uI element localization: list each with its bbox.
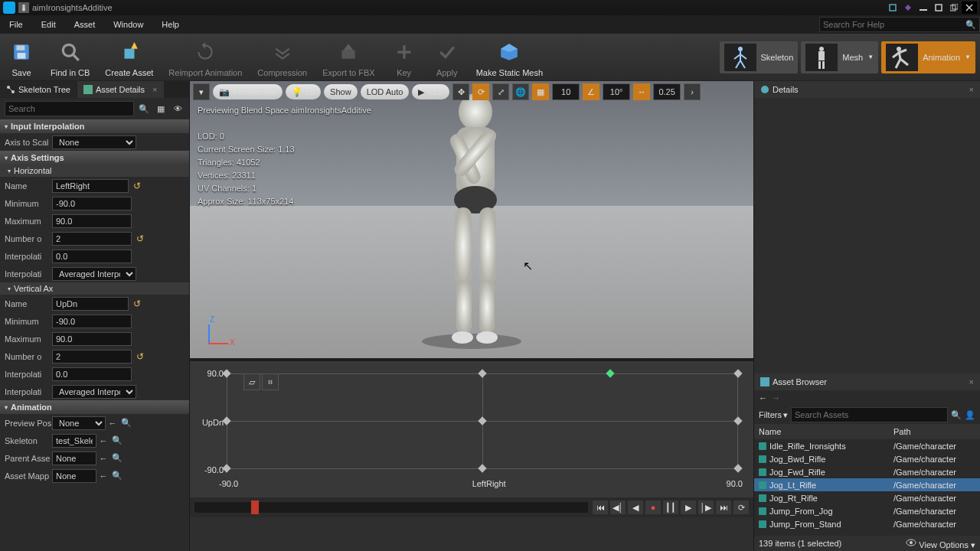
v-min-input[interactable]	[52, 315, 132, 328]
step-forward-button[interactable]: │▶	[698, 500, 714, 514]
make-static-mesh-button[interactable]: Make Static Mesh	[469, 34, 550, 80]
mode-skeleton[interactable]: Skeleton	[720, 41, 799, 73]
viewport[interactable]: ▾ 📷 Perspective 💡 Lit Show LOD Auto ▶ x1…	[190, 81, 753, 358]
close-tab-icon[interactable]: ×	[969, 85, 974, 94]
h-interp-select[interactable]: Averaged Interpolat	[52, 267, 136, 281]
menu-asset[interactable]: Asset	[65, 15, 105, 34]
viewport-speed[interactable]: ▶ x1.0	[412, 84, 449, 99]
record-button[interactable]: ●	[645, 500, 661, 514]
revert-icon[interactable]: ↺	[133, 181, 141, 191]
close-tab-icon[interactable]: ×	[969, 377, 974, 386]
asset-row[interactable]: Idle_Rifle_Ironsights/Game/character	[754, 439, 980, 452]
view-options-dropdown[interactable]: View Options ▾	[906, 537, 975, 550]
help-search-input[interactable]	[823, 20, 965, 29]
arrow-left-icon[interactable]: ←	[106, 416, 119, 430]
play-button[interactable]: ▶	[681, 500, 696, 514]
section-animation[interactable]: Animation	[0, 400, 189, 414]
compression-button[interactable]: Compression	[250, 34, 315, 80]
asset-list-header[interactable]: Name Path	[754, 424, 980, 439]
browse-icon[interactable]: 🔍	[110, 434, 124, 448]
playhead[interactable]	[251, 500, 259, 514]
move-tool-icon[interactable]: ✥	[452, 83, 469, 100]
v-number-input[interactable]	[52, 350, 132, 364]
subsection-horizontal[interactable]: Horizontal	[0, 165, 189, 177]
reimport-animation-button[interactable]: Reimport Animation	[161, 34, 250, 80]
timeline-track[interactable]	[194, 502, 588, 513]
viewport-menu-button[interactable]: ▾	[193, 83, 210, 100]
play-reverse-button[interactable]: ◀	[628, 500, 643, 514]
sample-point[interactable]	[478, 464, 486, 472]
search-icon[interactable]: 🔍	[951, 410, 962, 420]
asset-row[interactable]: Jump_From_Jog/Game/character	[754, 504, 980, 517]
maximize-button[interactable]	[946, 2, 962, 14]
arrow-left-icon[interactable]: ←	[96, 434, 110, 448]
create-asset-button[interactable]: Create Asset	[97, 34, 161, 80]
mode-animation[interactable]: Animation▼	[881, 41, 975, 73]
help-search[interactable]: 🔍	[819, 17, 980, 32]
eye-icon[interactable]: 👁	[171, 102, 185, 116]
scale-snap-icon[interactable]: ↔	[633, 83, 650, 100]
viewport-show[interactable]: Show	[324, 84, 358, 99]
tab-details[interactable]: Details ×	[754, 81, 980, 98]
tab-asset-browser[interactable]: Asset Browser ×	[754, 373, 980, 390]
browse-icon[interactable]: 🔍	[110, 469, 124, 483]
mode-mesh[interactable]: Mesh▼	[801, 41, 878, 73]
h-interp-input[interactable]	[52, 249, 132, 263]
asset-row[interactable]: Jog_Lt_Rifle/Game/character	[754, 478, 980, 491]
blendspace-grid[interactable]: -90.0 LeftRight 90.0	[227, 366, 738, 493]
menu-file[interactable]: File	[0, 15, 32, 34]
chevron-right-icon[interactable]: ›	[684, 83, 701, 100]
sample-point[interactable]	[478, 369, 486, 377]
grid-snap-icon[interactable]: ▦	[532, 83, 549, 100]
asset-row[interactable]: Jog_Fwd_Rifle/Game/character	[754, 465, 980, 478]
angle-snap-icon[interactable]: ∠	[583, 83, 599, 100]
scale-tool-icon[interactable]: ⤢	[492, 83, 509, 100]
blendspace-editor[interactable]: 90.0 UpDn -90.0 -9	[190, 361, 753, 497]
sample-point[interactable]	[733, 416, 742, 425]
v-name-input[interactable]	[52, 297, 129, 311]
apply-button[interactable]: Apply	[426, 34, 469, 80]
tab-skeleton-tree[interactable]: Skeleton Tree	[0, 81, 77, 98]
loop-button[interactable]: ⟳	[733, 500, 749, 514]
subsection-vertical[interactable]: Vertical Ax	[0, 282, 189, 295]
asset-search-input[interactable]	[791, 407, 948, 422]
section-input-interpolation[interactable]: Input Interpolation	[0, 119, 189, 133]
search-icon[interactable]: 🔍	[137, 102, 151, 116]
h-number-input[interactable]	[52, 232, 132, 246]
h-min-input[interactable]	[52, 197, 132, 210]
snap-icon[interactable]: ⌗	[262, 373, 279, 390]
close-button[interactable]	[962, 2, 977, 14]
h-name-input[interactable]	[52, 179, 129, 193]
filters-dropdown[interactable]: Filters ▾	[759, 410, 788, 420]
app-icon-1[interactable]	[885, 2, 900, 14]
v-interp-input[interactable]	[52, 367, 132, 381]
history-forward-button[interactable]: →	[772, 393, 780, 403]
asset-row[interactable]: Jog_Rt_Rifle/Game/character	[754, 491, 980, 504]
user-icon[interactable]: 👤	[965, 410, 975, 420]
revert-icon[interactable]: ↺	[133, 298, 141, 309]
axis-to-scale-select[interactable]: None	[52, 135, 136, 149]
step-back-button[interactable]: ◀│	[610, 500, 626, 514]
arrow-left-icon[interactable]: ←	[96, 452, 110, 465]
close-tab-icon[interactable]: ×	[152, 85, 157, 94]
viewport-lit[interactable]: 💡 Lit	[286, 84, 321, 99]
sample-point-active[interactable]	[606, 369, 614, 377]
v-max-input[interactable]	[52, 332, 132, 346]
browse-icon[interactable]: 🔍	[110, 452, 124, 465]
sample-point[interactable]	[733, 369, 742, 377]
menu-edit[interactable]: Edit	[32, 15, 65, 34]
history-back-button[interactable]: ←	[759, 393, 767, 403]
scale-snap-value[interactable]: 0.25	[653, 83, 681, 100]
preview-pose-select[interactable]: None	[52, 416, 106, 430]
minimize-button[interactable]	[916, 2, 931, 14]
save-button[interactable]: Save	[0, 34, 43, 80]
menu-help[interactable]: Help	[152, 15, 188, 34]
grid-view-icon[interactable]: ▦	[154, 102, 168, 116]
grid-snap-value[interactable]: 10	[552, 83, 580, 100]
stretch-fit-icon[interactable]: ▱	[243, 373, 260, 390]
arrow-left-icon[interactable]: ←	[96, 469, 110, 483]
v-interp-select[interactable]: Averaged Interpolat	[52, 385, 136, 399]
asset-row[interactable]: Jog_Bwd_Rifle/Game/character	[754, 452, 980, 465]
revert-icon[interactable]: ↺	[136, 233, 144, 244]
key-button[interactable]: Key	[383, 34, 426, 80]
